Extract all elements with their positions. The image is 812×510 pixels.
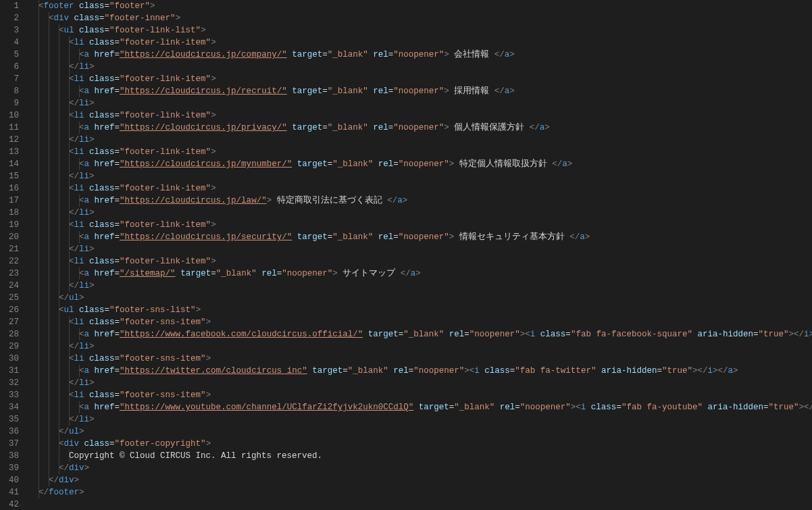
code-line[interactable]: </ul> bbox=[28, 426, 812, 438]
code-line[interactable]: </li> bbox=[28, 340, 812, 353]
line-number: 33 bbox=[0, 389, 19, 401]
code-line[interactable]: <a href="https://cloudcircus.jp/security… bbox=[28, 231, 812, 243]
line-number: 1 bbox=[0, 0, 19, 12]
line-number: 6 bbox=[0, 61, 19, 73]
line-number: 12 bbox=[0, 134, 19, 146]
code-line[interactable]: </footer> bbox=[28, 486, 812, 499]
line-number: 40 bbox=[0, 474, 19, 486]
code-line[interactable]: <a href="https://twitter.com/cloudcircus… bbox=[28, 365, 812, 377]
code-line[interactable] bbox=[28, 499, 812, 510]
line-number: 11 bbox=[0, 122, 19, 134]
code-line[interactable]: <a href="https://cloudcircus.jp/recruit/… bbox=[28, 85, 812, 97]
line-number: 25 bbox=[0, 292, 19, 304]
code-line[interactable]: <a href="https://cloudcircus.jp/law/"> 特… bbox=[28, 195, 812, 207]
line-number: 39 bbox=[0, 462, 19, 474]
code-line[interactable]: <div class="footer-copyright"> bbox=[28, 438, 812, 450]
code-line[interactable]: <a href="https://cloudcircus.jp/mynumber… bbox=[28, 158, 812, 170]
line-number: 16 bbox=[0, 182, 19, 195]
line-number: 2 bbox=[0, 12, 19, 24]
line-number: 7 bbox=[0, 73, 19, 85]
code-line[interactable]: </div> bbox=[28, 462, 812, 474]
code-line[interactable]: </li> bbox=[28, 134, 812, 146]
code-line[interactable]: <a href="https://www.youtube.com/channel… bbox=[28, 401, 812, 413]
line-number: 32 bbox=[0, 377, 19, 389]
code-line[interactable]: </div> bbox=[28, 474, 812, 486]
line-number: 19 bbox=[0, 219, 19, 231]
code-line[interactable]: <li class="footer-link-item"> bbox=[28, 36, 812, 49]
code-line[interactable]: </li> bbox=[28, 243, 812, 255]
line-number: 5 bbox=[0, 49, 19, 61]
code-line[interactable]: <div class="footer-inner"> bbox=[28, 12, 812, 24]
line-number: 9 bbox=[0, 97, 19, 109]
code-line[interactable]: </li> bbox=[28, 377, 812, 389]
code-line[interactable]: <li class="footer-link-item"> bbox=[28, 255, 812, 267]
code-line[interactable]: </li> bbox=[28, 413, 812, 426]
code-line[interactable]: <li class="footer-link-item"> bbox=[28, 146, 812, 158]
code-line[interactable]: <li class="footer-link-item"> bbox=[28, 109, 812, 122]
line-number-gutter: 1234567891011121314151617181920212223242… bbox=[0, 0, 28, 510]
code-line[interactable]: </li> bbox=[28, 97, 812, 109]
line-number: 36 bbox=[0, 426, 19, 438]
code-content[interactable]: <footer class="footer"> <div class="foot… bbox=[28, 0, 812, 510]
code-line[interactable]: <a href="/sitemap/" target="_blank" rel=… bbox=[28, 267, 812, 280]
code-line[interactable]: <a href="https://cloudcircus.jp/company/… bbox=[28, 49, 812, 61]
code-line[interactable]: <li class="footer-sns-item"> bbox=[28, 389, 812, 401]
line-number: 31 bbox=[0, 365, 19, 377]
line-number: 27 bbox=[0, 316, 19, 328]
code-line[interactable]: </li> bbox=[28, 207, 812, 219]
line-number: 21 bbox=[0, 243, 19, 255]
code-line[interactable]: </li> bbox=[28, 170, 812, 182]
line-number: 24 bbox=[0, 280, 19, 292]
line-number: 8 bbox=[0, 85, 19, 97]
line-number: 41 bbox=[0, 486, 19, 499]
line-number: 14 bbox=[0, 158, 19, 170]
line-number: 28 bbox=[0, 328, 19, 340]
code-line[interactable]: <ul class="footer-sns-list"> bbox=[28, 304, 812, 316]
line-number: 18 bbox=[0, 207, 19, 219]
code-line[interactable]: <li class="footer-link-item"> bbox=[28, 182, 812, 195]
line-number: 37 bbox=[0, 438, 19, 450]
line-number: 29 bbox=[0, 340, 19, 353]
line-number: 30 bbox=[0, 353, 19, 365]
code-line[interactable]: </li> bbox=[28, 280, 812, 292]
code-line[interactable]: <footer class="footer"> bbox=[28, 0, 812, 12]
line-number: 35 bbox=[0, 413, 19, 426]
line-number: 10 bbox=[0, 109, 19, 122]
line-number: 13 bbox=[0, 146, 19, 158]
line-number: 34 bbox=[0, 401, 19, 413]
line-number: 20 bbox=[0, 231, 19, 243]
line-number: 17 bbox=[0, 195, 19, 207]
line-number: 23 bbox=[0, 267, 19, 280]
code-line[interactable]: <a href="https://cloudcircus.jp/privacy/… bbox=[28, 122, 812, 134]
code-line[interactable]: <ul class="footer-link-list"> bbox=[28, 24, 812, 36]
code-line[interactable]: <li class="footer-link-item"> bbox=[28, 219, 812, 231]
line-number: 38 bbox=[0, 450, 19, 462]
code-line[interactable]: <li class="footer-sns-item"> bbox=[28, 316, 812, 328]
line-number: 4 bbox=[0, 36, 19, 49]
code-line[interactable]: </ul> bbox=[28, 292, 812, 304]
code-line[interactable]: <li class="footer-link-item"> bbox=[28, 73, 812, 85]
code-line[interactable]: </li> bbox=[28, 61, 812, 73]
code-line[interactable]: <a href="https://www.facebook.com/cloudc… bbox=[28, 328, 812, 340]
code-line[interactable]: Copyright © Cloud CIRCUS Inc. All rights… bbox=[28, 450, 812, 462]
line-number: 3 bbox=[0, 24, 19, 36]
line-number: 22 bbox=[0, 255, 19, 267]
code-editor: 1234567891011121314151617181920212223242… bbox=[0, 0, 812, 510]
line-number: 26 bbox=[0, 304, 19, 316]
code-line[interactable]: <li class="footer-sns-item"> bbox=[28, 353, 812, 365]
line-number: 15 bbox=[0, 170, 19, 182]
line-number: 42 bbox=[0, 499, 19, 510]
